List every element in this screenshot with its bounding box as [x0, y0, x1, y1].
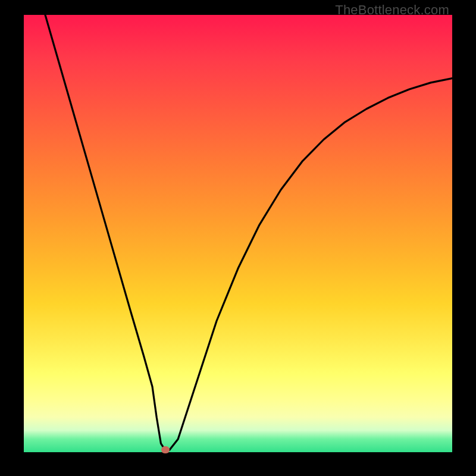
data-point-marker	[161, 446, 170, 453]
plot-area	[24, 15, 452, 452]
curve-line	[24, 15, 452, 452]
chart-frame: TheBottleneck.com	[0, 0, 476, 476]
watermark-text: TheBottleneck.com	[335, 2, 449, 18]
